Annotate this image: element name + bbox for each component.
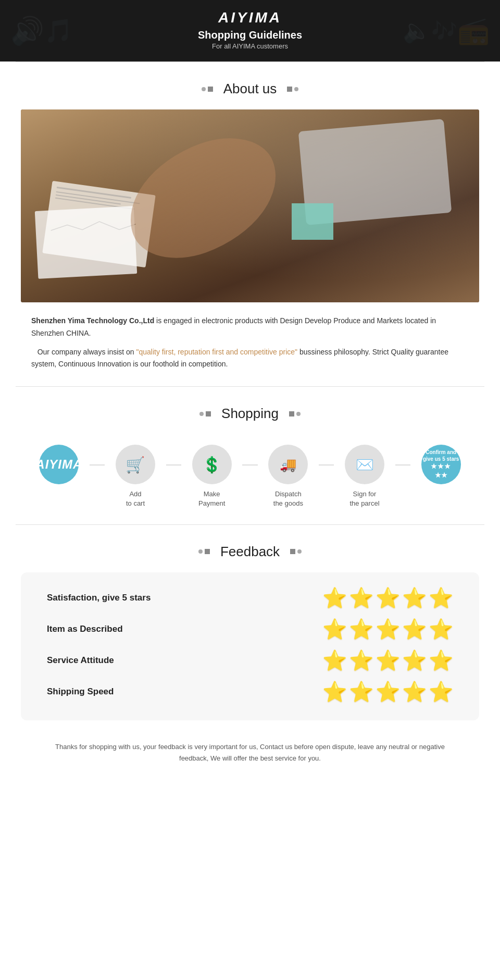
feedback-row-shipping: Shipping Speed ⭐ ⭐ ⭐ ⭐ ⭐ [47,682,453,702]
star-d3: ⭐ [376,619,400,639]
feedback-card: Satisfaction, give 5 stars ⭐ ⭐ ⭐ ⭐ ⭐ Ite… [21,572,479,720]
step-circle-payment: 💲 [192,445,232,484]
feedback-row-satisfaction: Satisfaction, give 5 stars ⭐ ⭐ ⭐ ⭐ ⭐ [47,588,453,608]
step-confirm: Confirm andgive us 5 stars★★★★★ [403,445,479,499]
star-1: ⭐ [322,588,347,608]
divider-shopping [16,386,484,387]
page-header: 🔊 🎵 🔈 🎶 📻 AIYIMA Shopping Guidelines For… [0,0,500,62]
feedback-label-shipping: Shipping Speed [47,687,161,697]
feedback-dots-left [198,549,210,554]
about-title-wrap: About us [0,81,500,97]
feedback-label-described: Item as Described [47,624,161,634]
star-s3: ⭐ [376,651,400,670]
step-aiyima: AIYIMA [21,445,97,499]
confirm-icon: Confirm andgive us 5 stars★★★★★ [423,449,459,480]
step-label-payment: MakePayment [198,489,225,508]
about-paragraph-1: Shenzhen Yima Technology Co.,Ltd is enga… [31,315,469,340]
star-4: ⭐ [402,588,427,608]
star-sh5: ⭐ [429,682,453,702]
footer: Thanks for shopping with us, your feedba… [0,736,500,785]
step-add-to-cart: 🛒 Addto cart [97,445,174,508]
star-s1: ⭐ [322,651,347,670]
header-title: Shopping Guidelines [0,29,500,41]
feedback-section: Feedback Satisfaction, give 5 stars ⭐ ⭐ … [0,524,500,720]
about-paragraph-2: Our company always insist on "quality fi… [31,346,469,371]
header-subtitle: For all AIYIMA customers [0,42,500,50]
aiyima-brand-icon: AIYIMA [35,457,82,472]
dot-3 [287,87,292,92]
feedback-row-service: Service Attitude ⭐ ⭐ ⭐ ⭐ ⭐ [47,651,453,670]
envelope-icon: ✉️ [356,456,374,473]
star-sh3: ⭐ [376,682,400,702]
star-s5: ⭐ [429,651,453,670]
about-text-block: Shenzhen Yima Technology Co.,Ltd is enga… [31,315,469,371]
paragraph2-intro: Our company always insist on [38,348,136,356]
step-label-sign: Sign forthe parcel [349,489,379,508]
star-d2: ⭐ [349,619,373,639]
step-dispatch: 🚚 Dispatchthe goods [250,445,327,508]
sdot-3 [289,411,294,416]
star-s4: ⭐ [402,651,427,670]
feedback-title: Feedback [220,544,280,560]
about-section: About us [0,62,500,371]
fdot-2 [205,549,210,554]
step-payment: 💲 MakePayment [173,445,250,508]
footer-text: Thanks for shopping with us, your feedba… [42,741,458,764]
dot-2 [208,87,213,92]
step-label-confirm [440,489,442,499]
step-sign: ✉️ Sign forthe parcel [327,445,403,508]
about-highlight: "quality first, reputation first and com… [136,348,298,356]
feedback-title-wrap: Feedback [0,544,500,560]
star-d1: ⭐ [322,619,347,639]
step-circle-confirm: Confirm andgive us 5 stars★★★★★ [421,445,461,484]
shopping-dots-left [199,411,211,416]
step-circle-cart: 🛒 [116,445,155,484]
sdot-1 [199,412,204,416]
about-dots-right [287,87,298,92]
shopping-steps: AIYIMA 🛒 Addto cart 💲 MakePayment 🚚 Disp… [0,434,500,524]
step-circle-dispatch: 🚚 [268,445,308,484]
shopping-title-wrap: Shopping [0,406,500,422]
about-dots-left [202,87,213,92]
star-d4: ⭐ [402,619,427,639]
fdot-1 [198,549,203,554]
dot-4 [294,87,298,91]
step-label-aiyima [58,489,60,499]
paper-shape-2 [35,206,138,279]
about-image [21,109,479,302]
company-name: Shenzhen Yima Technology Co.,Ltd [31,316,154,325]
feedback-label-service: Service Attitude [47,655,161,666]
brand-name: AIYIMA [0,9,500,26]
star-3: ⭐ [376,588,400,608]
star-2: ⭐ [349,588,373,608]
star-sh1: ⭐ [322,682,347,702]
shopping-dots-right [289,411,301,416]
star-sh2: ⭐ [349,682,373,702]
shopping-section: Shopping AIYIMA 🛒 Addto cart 💲 MakePaym [0,386,500,524]
dot-1 [202,87,206,91]
shopping-title: Shopping [221,406,279,422]
dispatch-icon: 🚚 [280,457,296,473]
star-sh4: ⭐ [402,682,427,702]
feedback-label-satisfaction: Satisfaction, give 5 stars [47,593,161,603]
divider-top-about [16,62,484,62]
cart-icon: 🛒 [126,456,145,474]
divider-feedback [16,524,484,525]
step-label-dispatch: Dispatchthe goods [273,489,303,508]
about-title: About us [223,81,277,97]
sticky-note [292,203,333,240]
star-5: ⭐ [429,588,453,608]
step-label-cart: Addto cart [126,489,145,508]
stars-described: ⭐ ⭐ ⭐ ⭐ ⭐ [322,619,453,639]
payment-icon: 💲 [202,456,221,474]
star-d5: ⭐ [429,619,453,639]
step-circle-aiyima: AIYIMA [39,445,79,484]
feedback-dots-right [290,549,302,554]
star-s2: ⭐ [349,651,373,670]
stars-shipping: ⭐ ⭐ ⭐ ⭐ ⭐ [322,682,453,702]
fdot-4 [297,549,302,554]
stars-service: ⭐ ⭐ ⭐ ⭐ ⭐ [322,651,453,670]
fdot-3 [290,549,295,554]
feedback-row-described: Item as Described ⭐ ⭐ ⭐ ⭐ ⭐ [47,619,453,639]
sdot-2 [206,411,211,416]
